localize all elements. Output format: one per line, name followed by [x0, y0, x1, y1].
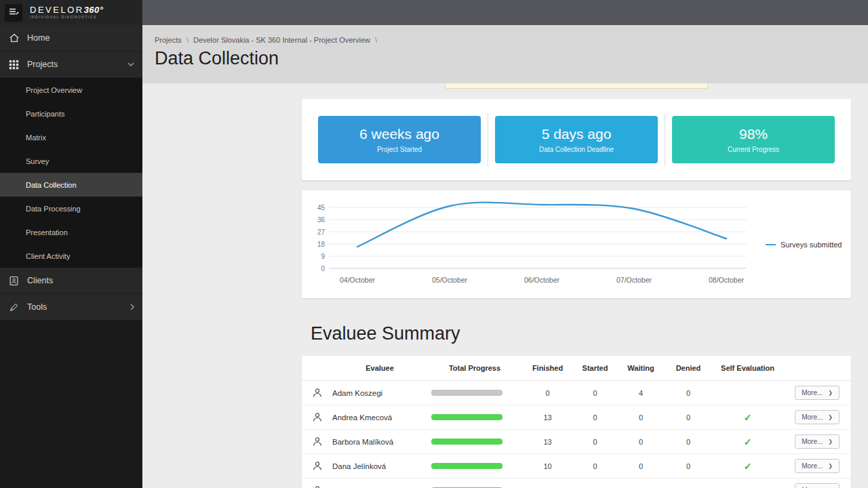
started-count: 0	[573, 413, 617, 422]
svg-text:18: 18	[317, 240, 326, 247]
chevron-right-icon: ❯	[828, 463, 833, 469]
submenu-label: Participants	[26, 110, 64, 118]
page-header: Projects \ Develor Slovakia - SK 360 Int…	[142, 25, 868, 83]
more-cell: More...❯	[783, 434, 851, 449]
stat-value: 5 days ago	[542, 126, 612, 142]
submenu-label: Matrix	[26, 134, 46, 142]
stat-value: 6 weeks ago	[359, 126, 439, 142]
waiting-count: 4	[617, 389, 665, 397]
svg-text:06/October: 06/October	[524, 276, 559, 284]
self-evaluation-check: ✓	[712, 485, 783, 488]
stat-card: 6 weeks ago Project Started	[318, 116, 481, 163]
section-title: Evaluee Summary	[311, 323, 851, 344]
column-header-finished: Finished	[522, 364, 573, 372]
sidebar-item-tools[interactable]: Tools	[0, 294, 142, 321]
sidebar-item-client-activity[interactable]: Client Activity	[0, 244, 142, 268]
main-area: Projects \ Develor Slovakia - SK 360 Int…	[142, 0, 868, 488]
sidebar-item-home[interactable]: Home	[0, 25, 142, 52]
clients-icon	[8, 276, 20, 286]
waiting-count: 0	[617, 438, 665, 446]
sidebar-item-clients[interactable]: Clients	[0, 268, 142, 294]
svg-text:08/October: 08/October	[709, 276, 744, 284]
finished-count: 0	[522, 389, 573, 397]
surveys-line-chart: 091827364504/October05/October06/October…	[302, 200, 749, 289]
denied-count: 0	[665, 389, 712, 397]
sidebar-item-label: Projects	[27, 60, 58, 69]
more-cell: More...❯	[783, 483, 851, 488]
app-root: DEVELOR360° INDIVIDUAL DIAGNOSTICS Home …	[0, 0, 868, 488]
more-cell: More...❯	[783, 459, 851, 473]
evaluee-table-card: Evaluee Total Progress Finished Started …	[302, 356, 851, 488]
breadcrumb-projects[interactable]: Projects	[155, 36, 182, 44]
chevron-down-icon	[127, 62, 134, 66]
evaluee-row: Adam Koszegi0040More...❯	[302, 381, 851, 405]
sidebar-item-data-collection[interactable]: Data Collection	[0, 173, 142, 197]
submenu-label: Project Overview	[26, 86, 82, 94]
more-button[interactable]: More...❯	[795, 483, 840, 488]
stat-card: 98% Current Progress	[672, 116, 835, 163]
warning-banner-clipped	[445, 83, 708, 89]
grid-icon	[8, 60, 20, 70]
stat-label: Project Started	[377, 146, 422, 153]
stat-divider	[488, 113, 488, 166]
evaluee-name: Barbora Malíková	[332, 438, 427, 446]
evaluee-name: Adam Koszegi	[332, 389, 427, 397]
menu-toggle-button[interactable]	[5, 4, 22, 22]
breadcrumb-separator: \	[186, 36, 189, 44]
sidebar-item-data-processing[interactable]: Data Processing	[0, 197, 142, 220]
legend-line-swatch	[766, 244, 776, 245]
sidebar-item-project-overview[interactable]: Project Overview	[0, 78, 142, 102]
sidebar-item-participants[interactable]: Participants	[0, 102, 142, 125]
more-button[interactable]: More...❯	[795, 410, 840, 424]
column-header-evaluee: Evaluee	[332, 364, 427, 372]
column-header-waiting: Waiting	[617, 364, 665, 372]
progress-bar	[431, 414, 502, 420]
submenu-label: Data Collection	[26, 181, 77, 189]
self-evaluation-check: ✓	[712, 412, 783, 423]
person-icon	[302, 485, 332, 488]
breadcrumb-project-name[interactable]: Develor Slovakia - SK 360 Internal - Pro…	[193, 36, 370, 44]
brand-tagline: INDIVIDUAL DIAGNOSTICS	[30, 16, 104, 20]
evaluee-name: Andrea Kmecová	[332, 413, 427, 422]
started-count: 0	[573, 389, 617, 397]
top-bar	[142, 0, 868, 25]
started-count: 0	[573, 438, 617, 446]
legend-label: Surveys submitted	[781, 241, 842, 249]
svg-text:07/October: 07/October	[616, 276, 652, 284]
more-button[interactable]: More...❯	[795, 434, 840, 449]
chevron-right-icon: ❯	[828, 414, 833, 420]
chevron-right-icon	[130, 304, 134, 310]
evaluee-row: Andrea Kmecová13000✓More...❯	[302, 405, 851, 430]
finished-count: 13	[522, 413, 573, 422]
content-area: 6 weeks ago Project Started 5 days ago D…	[142, 83, 868, 488]
progress-bar	[431, 463, 502, 469]
more-button[interactable]: More...❯	[795, 459, 840, 473]
sidebar-item-survey[interactable]: Survey	[0, 149, 142, 173]
more-cell: More...❯	[783, 410, 851, 424]
evaluee-row: Barbora Malíková13000✓More...❯	[302, 430, 851, 454]
more-cell: More...❯	[783, 386, 851, 400]
svg-text:45: 45	[317, 203, 326, 211]
progress-cell	[427, 414, 522, 420]
more-button[interactable]: More...❯	[795, 386, 840, 400]
hamburger-icon	[8, 6, 19, 19]
sidebar-item-matrix[interactable]: Matrix	[0, 125, 142, 149]
chevron-right-icon: ❯	[828, 390, 833, 396]
projects-submenu: Project Overview Participants Matrix Sur…	[0, 78, 142, 268]
sidebar-item-presentation[interactable]: Presentation	[0, 220, 142, 244]
brand-logo: DEVELOR360° INDIVIDUAL DIAGNOSTICS	[30, 5, 104, 20]
column-header-self-evaluation: Self Evaluation	[712, 364, 783, 372]
evaluee-table-header: Evaluee Total Progress Finished Started …	[302, 356, 851, 381]
sidebar-item-label: Home	[27, 33, 50, 43]
person-icon	[302, 436, 332, 447]
more-label: More...	[802, 389, 823, 396]
sidebar-item-label: Clients	[27, 276, 53, 285]
more-label: More...	[802, 413, 823, 421]
evaluee-row: Dana Jelínková10000✓More...❯	[302, 454, 851, 479]
submenu-label: Survey	[26, 157, 49, 165]
sidebar-item-projects[interactable]: Projects	[0, 52, 142, 78]
progress-fill	[431, 439, 502, 445]
svg-text:36: 36	[317, 216, 326, 223]
started-count: 0	[573, 462, 617, 470]
evaluee-row: Dusan Rybar13000✓More...❯	[302, 479, 851, 488]
